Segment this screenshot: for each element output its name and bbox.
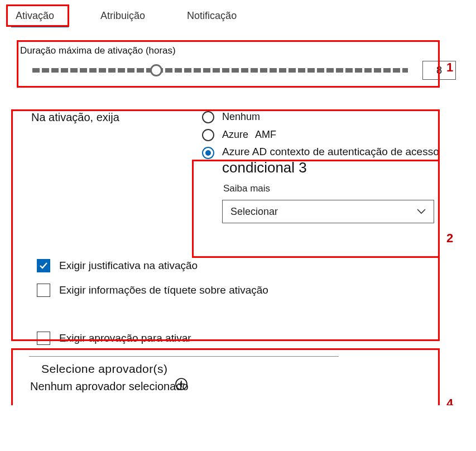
checkbox-approval[interactable] (37, 332, 50, 345)
radio-label-none: Nenhum (222, 111, 260, 123)
checkbox-row-justification[interactable]: Exigir justificativa na ativação (37, 259, 456, 272)
radio-group: Nenhum Azure AMF Azure AD contexto de au… (202, 110, 456, 228)
check-icon (39, 261, 48, 270)
radio-none[interactable] (202, 111, 214, 123)
radio-aad[interactable] (202, 147, 214, 159)
activation-require-label: Na ativação, exija (31, 110, 202, 228)
auth-context-select[interactable]: Selecionar (222, 200, 434, 223)
checkbox-justification[interactable] (37, 259, 50, 272)
plus-icon[interactable] (175, 378, 187, 390)
radio-label-aad-line2: condicional 3 (222, 159, 453, 176)
tab-assignment[interactable]: Atribuição (94, 6, 155, 26)
approver-none-text: Nenhum aprovador selecionado (30, 380, 189, 393)
radio-item-amf[interactable]: Azure AMF (202, 128, 456, 141)
activation-require-section: Na ativação, exija Nenhum Azure AMF Azur… (11, 98, 465, 317)
checkbox-ticket[interactable] (37, 284, 50, 297)
checkbox-row-ticket[interactable]: Exigir informações de tíquete sobre ativ… (37, 284, 456, 297)
radio-label-aad-line1: Azure AD contexto de autenticação de ace… (222, 146, 453, 158)
select-placeholder: Selecionar (230, 206, 278, 218)
checkbox-label-justification: Exigir justificativa na ativação (59, 260, 198, 272)
checkbox-label-approval: Exigir aprovação para ativar (59, 332, 191, 344)
learn-more-link[interactable]: Saiba mais (223, 183, 453, 194)
duration-label: Duração máxima de ativação (horas) (20, 45, 456, 56)
radio-item-none[interactable]: Nenhum (202, 110, 456, 123)
radio-label-amf: Azure AMF (222, 129, 276, 141)
tab-strip: Ativação Atribuição Notificação (11, 6, 465, 26)
approval-section: Exigir aprovação para ativar Selecione a… (11, 325, 465, 400)
approver-title: Selecione aprovador(s) (41, 362, 456, 376)
checkbox-label-ticket: Exigir informações de tíquete sobre ativ… (59, 284, 268, 296)
checkbox-list: Exigir justificativa na ativação Exigir … (37, 259, 456, 297)
divider (29, 356, 339, 357)
tab-activation[interactable]: Ativação (11, 6, 69, 26)
approver-none-row: Nenhum aprovador selecionado (30, 380, 456, 393)
radio-item-aad[interactable]: Azure AD contexto de autenticação de ace… (202, 146, 456, 223)
duration-section: Duração máxima de ativação (horas) (11, 40, 465, 90)
duration-input[interactable] (422, 61, 456, 80)
radio-amf[interactable] (202, 129, 214, 141)
slider-thumb[interactable] (150, 64, 162, 76)
duration-slider[interactable] (32, 64, 408, 77)
chevron-down-icon (417, 209, 426, 214)
tab-notification[interactable]: Notificação (180, 6, 247, 26)
